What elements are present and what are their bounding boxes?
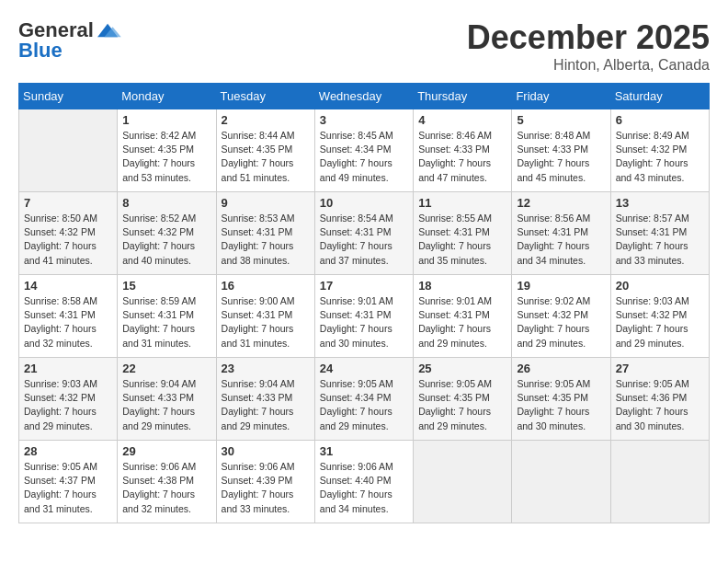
calendar-cell: 21Sunrise: 9:03 AMSunset: 4:32 PMDayligh… <box>19 358 118 441</box>
day-number: 22 <box>122 362 210 375</box>
calendar-week-row: 7Sunrise: 8:50 AMSunset: 4:32 PMDaylight… <box>19 192 710 275</box>
day-number: 23 <box>222 362 310 375</box>
day-number: 19 <box>517 279 605 293</box>
day-number: 18 <box>418 279 506 293</box>
calendar-week-row: 1Sunrise: 8:42 AMSunset: 4:35 PMDaylight… <box>19 109 710 192</box>
calendar-cell: 14Sunrise: 8:58 AMSunset: 4:31 PMDayligh… <box>19 275 118 358</box>
day-info: Sunrise: 8:57 AMSunset: 4:31 PMDaylight:… <box>616 212 704 268</box>
calendar-weekday-header: Saturday <box>610 84 709 109</box>
calendar-cell: 16Sunrise: 9:00 AMSunset: 4:31 PMDayligh… <box>216 275 314 358</box>
calendar-cell: 20Sunrise: 9:03 AMSunset: 4:32 PMDayligh… <box>610 275 709 358</box>
day-info: Sunrise: 8:44 AMSunset: 4:35 PMDaylight:… <box>222 129 310 185</box>
day-number: 2 <box>222 113 310 127</box>
day-info: Sunrise: 8:49 AMSunset: 4:32 PMDaylight:… <box>616 129 704 185</box>
calendar-cell: 11Sunrise: 8:55 AMSunset: 4:31 PMDayligh… <box>414 192 512 275</box>
calendar-cell: 5Sunrise: 8:48 AMSunset: 4:33 PMDaylight… <box>512 109 610 192</box>
day-number: 4 <box>418 113 506 127</box>
calendar-table: SundayMondayTuesdayWednesdayThursdayFrid… <box>18 83 710 523</box>
day-number: 24 <box>320 362 408 375</box>
calendar-cell: 26Sunrise: 9:05 AMSunset: 4:35 PMDayligh… <box>512 358 610 441</box>
day-number: 14 <box>24 279 112 293</box>
calendar-cell: 24Sunrise: 9:05 AMSunset: 4:34 PMDayligh… <box>314 358 413 441</box>
calendar-cell: 19Sunrise: 9:02 AMSunset: 4:32 PMDayligh… <box>512 275 610 358</box>
day-number: 11 <box>418 196 506 210</box>
day-number: 30 <box>222 444 310 458</box>
day-info: Sunrise: 9:02 AMSunset: 4:32 PMDaylight:… <box>517 294 605 350</box>
day-info: Sunrise: 9:06 AMSunset: 4:40 PMDaylight:… <box>320 460 408 516</box>
day-number: 31 <box>320 444 408 458</box>
day-number: 29 <box>122 444 210 458</box>
calendar-cell: 3Sunrise: 8:45 AMSunset: 4:34 PMDaylight… <box>314 109 413 192</box>
day-number: 13 <box>616 196 704 210</box>
day-info: Sunrise: 8:50 AMSunset: 4:32 PMDaylight:… <box>24 212 112 268</box>
day-info: Sunrise: 9:01 AMSunset: 4:31 PMDaylight:… <box>418 294 506 350</box>
day-info: Sunrise: 9:05 AMSunset: 4:37 PMDaylight:… <box>24 460 112 516</box>
day-number: 21 <box>24 362 112 375</box>
day-info: Sunrise: 8:48 AMSunset: 4:33 PMDaylight:… <box>517 129 605 185</box>
day-number: 25 <box>418 362 506 375</box>
calendar-cell: 23Sunrise: 9:04 AMSunset: 4:33 PMDayligh… <box>216 358 314 441</box>
day-number: 8 <box>122 196 210 210</box>
calendar-cell: 12Sunrise: 8:56 AMSunset: 4:31 PMDayligh… <box>512 192 610 275</box>
logo-icon <box>96 20 121 40</box>
day-info: Sunrise: 8:55 AMSunset: 4:31 PMDaylight:… <box>418 212 506 268</box>
day-info: Sunrise: 8:58 AMSunset: 4:31 PMDaylight:… <box>24 294 112 350</box>
calendar-cell: 31Sunrise: 9:06 AMSunset: 4:40 PMDayligh… <box>314 441 413 523</box>
calendar-cell: 28Sunrise: 9:05 AMSunset: 4:37 PMDayligh… <box>19 441 118 523</box>
day-info: Sunrise: 9:05 AMSunset: 4:36 PMDaylight:… <box>616 377 704 433</box>
calendar-body: 1Sunrise: 8:42 AMSunset: 4:35 PMDaylight… <box>19 109 710 523</box>
calendar-cell <box>512 441 610 523</box>
day-number: 7 <box>24 196 112 210</box>
day-info: Sunrise: 9:01 AMSunset: 4:31 PMDaylight:… <box>320 294 408 350</box>
day-info: Sunrise: 8:45 AMSunset: 4:34 PMDaylight:… <box>320 129 408 185</box>
calendar-week-row: 21Sunrise: 9:03 AMSunset: 4:32 PMDayligh… <box>19 358 710 441</box>
day-number: 15 <box>122 279 210 293</box>
day-info: Sunrise: 9:04 AMSunset: 4:33 PMDaylight:… <box>222 377 310 433</box>
calendar-cell: 15Sunrise: 8:59 AMSunset: 4:31 PMDayligh… <box>118 275 216 358</box>
page-header: General Blue December 2025 Hinton, Alber… <box>18 18 710 74</box>
day-number: 28 <box>24 444 112 458</box>
day-info: Sunrise: 9:00 AMSunset: 4:31 PMDaylight:… <box>222 294 310 350</box>
calendar-cell: 6Sunrise: 8:49 AMSunset: 4:32 PMDaylight… <box>610 109 709 192</box>
title-block: December 2025 Hinton, Alberta, Canada <box>467 18 710 74</box>
day-info: Sunrise: 9:04 AMSunset: 4:33 PMDaylight:… <box>122 377 210 433</box>
calendar-cell: 13Sunrise: 8:57 AMSunset: 4:31 PMDayligh… <box>610 192 709 275</box>
day-info: Sunrise: 9:05 AMSunset: 4:34 PMDaylight:… <box>320 377 408 433</box>
calendar-weekday-header: Monday <box>118 84 216 109</box>
day-number: 17 <box>320 279 408 293</box>
calendar-cell: 1Sunrise: 8:42 AMSunset: 4:35 PMDaylight… <box>118 109 216 192</box>
day-number: 6 <box>616 113 704 127</box>
calendar-weekday-header: Thursday <box>414 84 512 109</box>
calendar-cell: 2Sunrise: 8:44 AMSunset: 4:35 PMDaylight… <box>216 109 314 192</box>
calendar-week-row: 28Sunrise: 9:05 AMSunset: 4:37 PMDayligh… <box>19 441 710 523</box>
calendar-cell <box>19 109 118 192</box>
calendar-weekday-header: Tuesday <box>216 84 314 109</box>
day-info: Sunrise: 8:52 AMSunset: 4:32 PMDaylight:… <box>122 212 210 268</box>
logo: General Blue <box>18 18 121 63</box>
calendar-cell: 25Sunrise: 9:05 AMSunset: 4:35 PMDayligh… <box>414 358 512 441</box>
calendar-cell: 29Sunrise: 9:06 AMSunset: 4:38 PMDayligh… <box>118 441 216 523</box>
day-info: Sunrise: 8:56 AMSunset: 4:31 PMDaylight:… <box>517 212 605 268</box>
day-number: 3 <box>320 113 408 127</box>
day-info: Sunrise: 9:06 AMSunset: 4:38 PMDaylight:… <box>122 460 210 516</box>
logo-blue-text: Blue <box>18 39 63 62</box>
calendar-cell: 4Sunrise: 8:46 AMSunset: 4:33 PMDaylight… <box>414 109 512 192</box>
day-info: Sunrise: 9:03 AMSunset: 4:32 PMDaylight:… <box>616 294 704 350</box>
day-number: 16 <box>222 279 310 293</box>
day-info: Sunrise: 9:05 AMSunset: 4:35 PMDaylight:… <box>517 377 605 433</box>
location: Hinton, Alberta, Canada <box>467 57 710 74</box>
calendar-cell: 22Sunrise: 9:04 AMSunset: 4:33 PMDayligh… <box>118 358 216 441</box>
calendar-weekday-header: Friday <box>512 84 610 109</box>
day-number: 1 <box>122 113 210 127</box>
calendar-cell: 8Sunrise: 8:52 AMSunset: 4:32 PMDaylight… <box>118 192 216 275</box>
day-number: 5 <box>517 113 605 127</box>
calendar-week-row: 14Sunrise: 8:58 AMSunset: 4:31 PMDayligh… <box>19 275 710 358</box>
day-number: 10 <box>320 196 408 210</box>
calendar-weekday-header: Wednesday <box>314 84 413 109</box>
calendar-cell: 9Sunrise: 8:53 AMSunset: 4:31 PMDaylight… <box>216 192 314 275</box>
day-number: 27 <box>616 362 704 375</box>
day-info: Sunrise: 8:59 AMSunset: 4:31 PMDaylight:… <box>122 294 210 350</box>
calendar-cell: 17Sunrise: 9:01 AMSunset: 4:31 PMDayligh… <box>314 275 413 358</box>
calendar-cell <box>610 441 709 523</box>
calendar-cell: 18Sunrise: 9:01 AMSunset: 4:31 PMDayligh… <box>414 275 512 358</box>
